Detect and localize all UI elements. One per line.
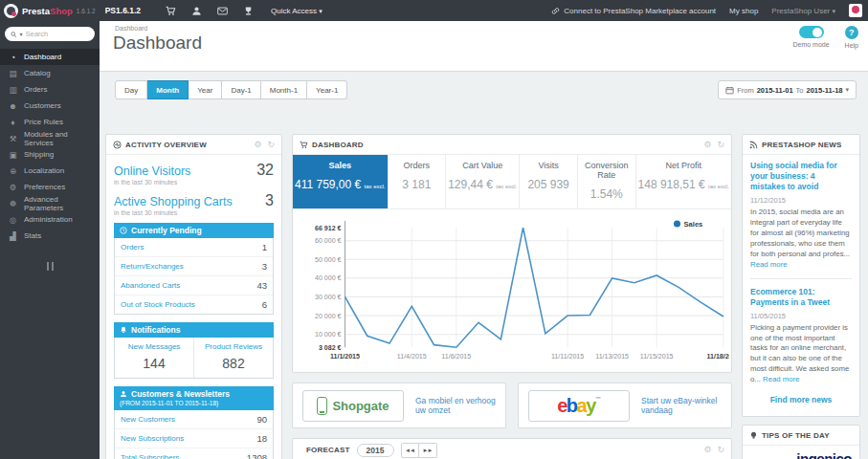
range-day-1-button[interactable]: Day-1 — [222, 80, 260, 99]
sidebar-collapse-button[interactable] — [0, 257, 100, 274]
svg-text:50 000 €: 50 000 € — [315, 256, 342, 263]
gauge-icon: ◔ — [8, 53, 18, 62]
sidebar-item-label: Orders — [24, 85, 47, 94]
find-more-news-link[interactable]: Find more news — [750, 395, 852, 404]
panel-refresh-icon[interactable]: ↻ — [717, 446, 724, 454]
dashboard-columns: ACTIVITY OVERVIEW ⚙↻ Online Visitors32 i… — [105, 134, 860, 459]
active-carts-link[interactable]: Active Shopping Carts — [114, 195, 233, 208]
online-visitors-link[interactable]: Online Visitors — [114, 164, 190, 178]
link-icon — [551, 7, 560, 15]
panel-settings-icon[interactable]: ⚙ — [254, 141, 261, 149]
kpi-net-profit[interactable]: Net Profit148 918,51 € tax excl. — [635, 155, 731, 208]
user-icon[interactable] — [191, 6, 202, 16]
forecast-prev-button[interactable]: ◄◄ — [401, 443, 419, 458]
sidebar-item-label: Modules and Services — [24, 130, 92, 147]
brand[interactable]: PrestaShop 1.6.1.2 PS1.6.1.2 — [0, 4, 148, 18]
sidebar-item-shipping[interactable]: ▣Shipping — [0, 146, 100, 163]
read-more-link[interactable]: Read more — [763, 375, 800, 383]
sidebar: ▾ ◔Dashboard ▤Catalog ▥Orders ☻Customers… — [0, 21, 100, 459]
news-article-title[interactable]: Using social media for your business: 4 … — [750, 161, 852, 192]
activity-panel-title: ACTIVITY OVERVIEW — [125, 141, 207, 149]
kpi-cart-value[interactable]: Cart Value129,44 € tax excl. — [445, 155, 519, 208]
shopgate-logo[interactable]: Shopgate — [302, 390, 404, 422]
sidebar-item-modules[interactable]: ⚒Modules and Services — [0, 130, 100, 146]
sidebar-item-preferences[interactable]: ⚙Preferences — [0, 179, 100, 195]
news-article-date: 11/05/2015 — [750, 312, 852, 320]
kpi-conversion-rate[interactable]: Conversion Rate1.54% — [577, 155, 635, 208]
new-subscriptions-row[interactable]: New Subscriptions18 — [115, 429, 273, 448]
sidebar-item-customers[interactable]: ☻Customers — [0, 98, 100, 114]
demo-mode-control: Demo mode — [792, 26, 829, 49]
user-avatar[interactable] — [849, 4, 862, 17]
demo-mode-toggle[interactable] — [799, 26, 824, 38]
prestashop-news-panel: PRESTASHOP NEWS Using social media for y… — [742, 134, 860, 417]
activity-overview-panel: ACTIVITY OVERVIEW ⚙↻ Online Visitors32 i… — [105, 134, 282, 459]
online-visitors-value: 32 — [256, 162, 274, 179]
notifications-section-header: Notifications — [114, 322, 274, 338]
product-reviews-cell[interactable]: Product Reviews882 — [194, 338, 273, 378]
user-menu[interactable]: PrestaShop User ▾ — [771, 7, 835, 15]
pending-row-returns[interactable]: Return/Exchanges3 — [115, 257, 273, 276]
cart-icon[interactable] — [166, 6, 176, 16]
search-input[interactable] — [26, 30, 90, 38]
envelope-icon[interactable] — [217, 6, 228, 16]
svg-text:10 000 €: 10 000 € — [315, 331, 342, 338]
sidebar-item-dashboard[interactable]: ◔Dashboard — [0, 49, 100, 65]
kpi-sales[interactable]: Sales411 759,00 € tax excl. — [293, 155, 388, 208]
forecast-next-button[interactable]: ►► — [419, 443, 437, 458]
range-month-button[interactable]: Month — [147, 80, 189, 99]
topbar: PrestaShop 1.6.1.2 PS1.6.1.2 Quick Acces… — [0, 0, 868, 21]
sidebar-item-advanced-parameters[interactable]: ☸Advanced Parameters — [0, 195, 100, 211]
pending-row-abandoned-carts[interactable]: Abandoned Carts43 — [115, 276, 273, 295]
wrench-icon: ⚙ — [8, 183, 18, 192]
news-panel-body: Using social media for your business: 4 … — [743, 155, 859, 416]
pending-row-out-of-stock[interactable]: Out of Stock Products6 — [115, 295, 273, 314]
news-article-title[interactable]: Ecommerce 101: Payments in a Tweet — [750, 287, 852, 308]
search-scope-caret[interactable]: ▾ — [19, 31, 22, 37]
activity-panel-body: Online Visitors32 in the last 30 minutes… — [106, 155, 281, 459]
topbar-icons — [166, 6, 254, 16]
sidebar-item-administration[interactable]: ◎Administration — [0, 211, 100, 228]
new-messages-cell[interactable]: New Messages144 — [115, 338, 194, 378]
sidebar-search[interactable]: ▾ — [5, 27, 95, 41]
my-shop-link[interactable]: My shop — [729, 7, 758, 15]
shopgate-link[interactable]: Ga mobiel en verhoog uw omzet — [415, 396, 496, 415]
panel-settings-icon[interactable]: ⚙ — [703, 446, 711, 454]
range-day-button[interactable]: Day — [115, 80, 147, 99]
currently-pending-section: Currently Pending Orders1 Return/Exchang… — [114, 223, 274, 315]
ebay-logo[interactable]: ebay™ — [528, 390, 630, 422]
sidebar-item-catalog[interactable]: ▤Catalog — [0, 65, 100, 81]
marketplace-link[interactable]: Connect to PrestaShop Marketplace accoun… — [551, 7, 716, 15]
read-more-link[interactable]: Read more — [750, 260, 788, 269]
pulse-icon — [113, 141, 122, 149]
svg-text:66 912 €: 66 912 € — [315, 225, 342, 231]
sidebar-item-price-rules[interactable]: ♦Price Rules — [0, 114, 100, 130]
kpi-strip: Sales411 759,00 € tax excl. Orders3 181 … — [293, 155, 731, 209]
date-range-picker[interactable]: From 2015-11-01 To 2015-11-18 ▾ — [718, 80, 857, 99]
sidebar-item-stats[interactable]: ▟Stats — [0, 228, 100, 244]
ingenico-logo: ingenico Payment services — [781, 452, 852, 459]
range-year-button[interactable]: Year — [189, 80, 222, 99]
trophy-icon[interactable] — [243, 6, 254, 16]
sidebar-item-orders[interactable]: ▥Orders — [0, 81, 100, 98]
dashboard-panel-title: DASHBOARD — [312, 141, 364, 149]
panel-settings-icon[interactable]: ⚙ — [703, 141, 711, 149]
ebay-link[interactable]: Start uw eBay-winkel vandaag — [641, 396, 722, 415]
breadcrumb[interactable]: Dashboard — [100, 21, 868, 32]
help-icon[interactable]: ? — [845, 26, 858, 39]
pending-row-orders[interactable]: Orders1 — [115, 238, 273, 257]
quick-access-menu[interactable]: Quick Access ▾ — [271, 7, 323, 15]
kpi-orders[interactable]: Orders3 181 — [388, 155, 446, 208]
news-article-date: 11/12/2015 — [750, 196, 852, 205]
new-customers-row[interactable]: New Customers90 — [115, 410, 273, 429]
total-subscribers-row[interactable]: Total Subscribers1308 — [115, 448, 273, 459]
clock-icon — [120, 227, 127, 234]
range-year-1-button[interactable]: Year-1 — [307, 80, 347, 99]
range-month-1-button[interactable]: Month-1 — [261, 80, 307, 99]
search-icon — [11, 31, 16, 38]
sidebar-item-localization[interactable]: ⊕Localization — [0, 163, 100, 179]
panel-refresh-icon[interactable]: ↻ — [717, 141, 724, 149]
forecast-year-selector[interactable]: 2015 — [357, 444, 394, 457]
panel-refresh-icon[interactable]: ↻ — [267, 141, 275, 149]
kpi-visits[interactable]: Visits205 939 — [519, 155, 577, 208]
